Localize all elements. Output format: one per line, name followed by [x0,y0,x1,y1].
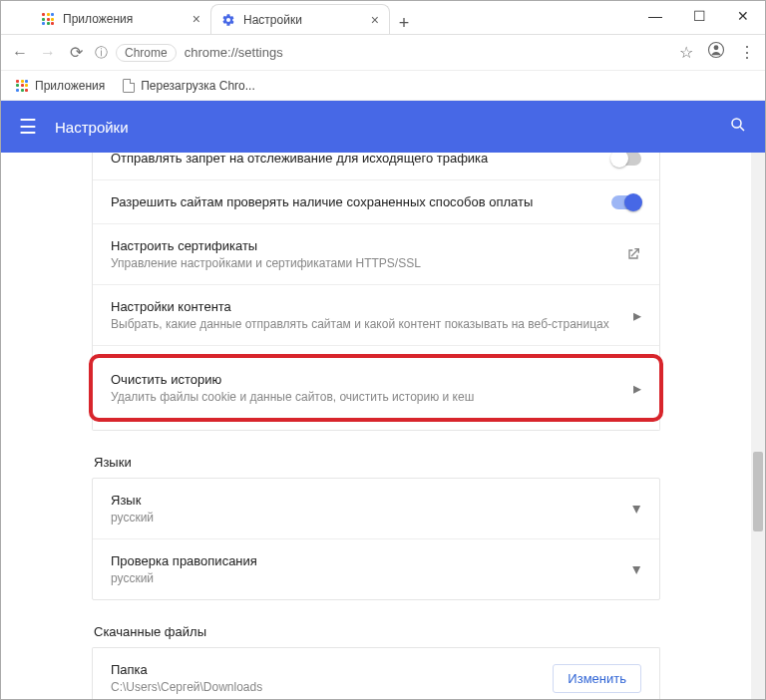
open-external-icon [625,246,641,262]
svg-line-3 [740,127,744,131]
setting-title: Язык [111,493,621,508]
tab-label: Приложения [63,12,133,26]
gear-icon [221,13,235,27]
setting-title: Проверка правописания [111,553,621,568]
bookmark-label: Приложения [35,79,105,93]
setting-value: русский [111,571,621,585]
window-minimize-button[interactable]: — [633,1,677,31]
chevron-right-icon: ▸ [633,379,641,398]
setting-title: Папка [111,662,541,677]
setting-value: русский [111,511,621,525]
settings-content: Отправлять запрет на отслеживание для ис… [1,153,765,699]
setting-certificates[interactable]: Настроить сертификаты Управление настрой… [93,224,659,285]
setting-subtitle: Выбрать, какие данные отправлять сайтам … [111,317,621,331]
setting-do-not-track[interactable]: Отправлять запрет на отслеживание для ис… [93,153,659,180]
bookmarks-bar: Приложения Перезагрузка Chro... [1,71,765,101]
chevron-right-icon: ▸ [633,306,641,325]
bookmark-star-icon[interactable]: ☆ [679,43,693,62]
setting-content-settings[interactable]: Настройки контента Выбрать, какие данные… [93,285,659,346]
setting-language[interactable]: Язык русский ▸ [93,479,659,539]
profile-icon[interactable] [707,41,725,64]
tab-apps[interactable]: Приложения × [31,4,210,34]
reload-button[interactable]: ⟳ [67,43,85,62]
svg-point-2 [732,119,741,128]
scrollbar-thumb[interactable] [753,452,763,531]
toolbar: ← → ⟳ ⓘ Chrome chrome://settings ☆ ⋮ [1,35,765,71]
menu-hamburger-icon[interactable]: ☰ [19,115,37,139]
setting-value: C:\Users\Сергей\Downloads [111,680,541,694]
bookmark-apps[interactable]: Приложения [15,79,105,93]
setting-clear-browsing-data[interactable]: Очистить историю Удалить файлы cookie и … [93,358,659,418]
window-maximize-button[interactable]: ☐ [677,1,721,31]
setting-subtitle: Удалить файлы cookie и данные сайтов, оч… [111,390,621,404]
svg-point-1 [714,45,719,50]
page-title: Настройки [55,119,129,136]
chevron-down-icon: ▸ [628,565,647,573]
window-close-button[interactable]: ✕ [721,1,765,31]
chrome-chip: Chrome [116,44,177,62]
setting-payment-check[interactable]: Разрешить сайтам проверять наличие сохра… [93,180,659,224]
tab-settings[interactable]: Настройки × [210,4,390,34]
page-icon [123,79,135,93]
menu-icon[interactable]: ⋮ [739,43,755,62]
address-bar[interactable]: ⓘ Chrome chrome://settings [95,40,669,66]
section-label-languages: Языки [92,455,660,470]
search-icon[interactable] [729,116,747,139]
setting-title: Настройки контента [111,299,621,314]
downloads-card: Папка C:\Users\Сергей\Downloads Изменить [92,647,660,699]
apps-icon [15,79,29,93]
forward-button[interactable]: → [39,44,57,62]
highlighted-clear-history: Очистить историю Удалить файлы cookie и … [89,354,663,422]
toggle-switch[interactable] [611,195,641,209]
bookmark-reload-chrome[interactable]: Перезагрузка Chro... [123,79,255,93]
toggle-switch[interactable] [611,153,641,166]
change-folder-button[interactable]: Изменить [553,664,641,693]
setting-title: Настроить сертификаты [111,238,613,253]
apps-icon [41,12,55,26]
site-info-icon[interactable]: ⓘ [95,44,108,62]
url-text: chrome://settings [185,45,283,60]
setting-title: Отправлять запрет на отслеживание для ис… [111,153,599,166]
setting-download-folder: Папка C:\Users\Сергей\Downloads Изменить [93,648,659,699]
privacy-card: Отправлять запрет на отслеживание для ис… [92,153,660,431]
setting-subtitle: Управление настройками и сертификатами H… [111,256,613,270]
chevron-down-icon: ▸ [628,505,647,513]
tab-close-icon[interactable]: × [371,12,379,28]
tab-label: Настройки [243,13,302,27]
bookmark-label: Перезагрузка Chro... [141,79,255,93]
tab-close-icon[interactable]: × [192,11,200,27]
section-label-downloads: Скачанные файлы [92,624,660,639]
setting-title: Очистить историю [111,372,621,387]
vertical-scrollbar[interactable] [751,153,765,699]
back-button[interactable]: ← [11,44,29,62]
languages-card: Язык русский ▸ Проверка правописания рус… [92,478,660,600]
setting-spellcheck[interactable]: Проверка правописания русский ▸ [93,539,659,599]
setting-title: Разрешить сайтам проверять наличие сохра… [111,194,599,209]
new-tab-button[interactable]: + [390,13,418,34]
settings-header: ☰ Настройки [1,101,765,153]
